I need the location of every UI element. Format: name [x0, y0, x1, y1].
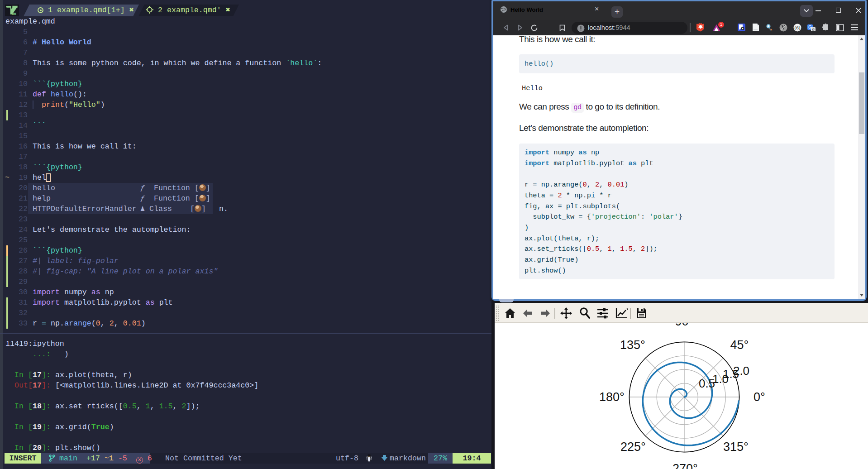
svg-text:im: im — [12, 11, 16, 15]
svg-text:(6): (6) — [795, 25, 801, 31]
